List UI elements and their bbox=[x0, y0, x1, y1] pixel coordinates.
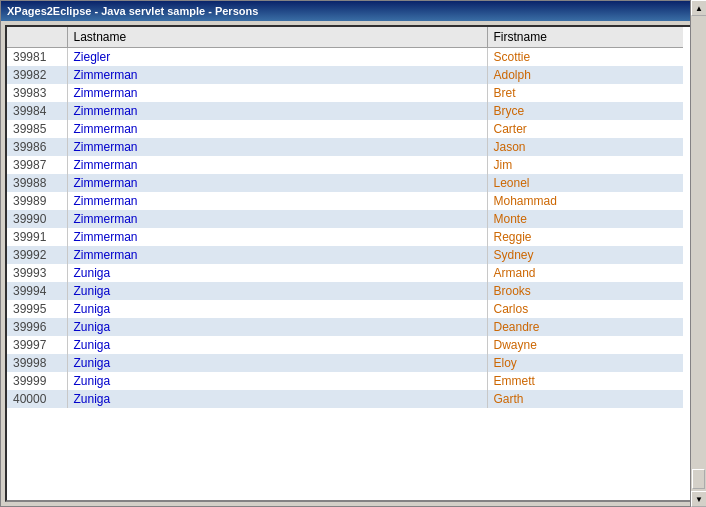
table-body: 39981ZieglerScottie39982ZimmermanAdolph3… bbox=[7, 48, 683, 409]
table-row[interactable]: 39991ZimmermanReggie bbox=[7, 228, 683, 246]
table-row[interactable]: 39988ZimmermanLeonel bbox=[7, 174, 683, 192]
cell-lastname: Zimmerman bbox=[67, 192, 487, 210]
table-row[interactable]: 39987ZimmermanJim bbox=[7, 156, 683, 174]
cell-id: 39984 bbox=[7, 102, 67, 120]
cell-lastname: Zuniga bbox=[67, 372, 487, 390]
cell-lastname: Zuniga bbox=[67, 390, 487, 408]
cell-lastname: Zuniga bbox=[67, 264, 487, 282]
cell-lastname: Ziegler bbox=[67, 48, 487, 67]
cell-firstname: Brooks bbox=[487, 282, 683, 300]
table-row[interactable]: 39989ZimmermanMohammad bbox=[7, 192, 683, 210]
cell-id: 39987 bbox=[7, 156, 67, 174]
table-wrapper: Lastname Firstname 39981ZieglerScottie39… bbox=[7, 27, 683, 500]
cell-lastname: Zuniga bbox=[67, 318, 487, 336]
cell-lastname: Zimmerman bbox=[67, 228, 487, 246]
cell-firstname: Reggie bbox=[487, 228, 683, 246]
table-row[interactable]: 39985ZimmermanCarter bbox=[7, 120, 683, 138]
title-bar: XPages2Eclipse - Java servlet sample - P… bbox=[1, 1, 705, 21]
table-row[interactable]: 39986ZimmermanJason bbox=[7, 138, 683, 156]
col-header-firstname: Firstname bbox=[487, 27, 683, 48]
cell-lastname: Zimmerman bbox=[67, 174, 487, 192]
vertical-scrollbar[interactable]: ▲ ▼ bbox=[690, 25, 701, 502]
cell-firstname: Armand bbox=[487, 264, 683, 282]
cell-lastname: Zimmerman bbox=[67, 246, 487, 264]
table-row[interactable]: 39999ZunigaEmmett bbox=[7, 372, 683, 390]
table-row[interactable]: 39990ZimmermanMonte bbox=[7, 210, 683, 228]
cell-firstname: Carlos bbox=[487, 300, 683, 318]
cell-id: 39981 bbox=[7, 48, 67, 67]
main-window: XPages2Eclipse - Java servlet sample - P… bbox=[0, 0, 706, 507]
cell-lastname: Zimmerman bbox=[67, 138, 487, 156]
cell-lastname: Zuniga bbox=[67, 300, 487, 318]
cell-firstname: Scottie bbox=[487, 48, 683, 67]
content-area: Lastname Firstname 39981ZieglerScottie39… bbox=[5, 25, 701, 502]
table-row[interactable]: 39996ZunigaDeandre bbox=[7, 318, 683, 336]
cell-lastname: Zuniga bbox=[67, 336, 487, 354]
persons-table: Lastname Firstname 39981ZieglerScottie39… bbox=[7, 27, 683, 408]
cell-firstname: Jason bbox=[487, 138, 683, 156]
cell-firstname: Carter bbox=[487, 120, 683, 138]
table-row[interactable]: 39997ZunigaDwayne bbox=[7, 336, 683, 354]
cell-id: 39989 bbox=[7, 192, 67, 210]
col-header-id bbox=[7, 27, 67, 48]
scroll-down-button[interactable]: ▼ bbox=[691, 491, 701, 502]
cell-id: 40000 bbox=[7, 390, 67, 408]
cell-lastname: Zuniga bbox=[67, 354, 487, 372]
cell-lastname: Zimmerman bbox=[67, 84, 487, 102]
cell-id: 39991 bbox=[7, 228, 67, 246]
cell-firstname: Mohammad bbox=[487, 192, 683, 210]
table-header-row: Lastname Firstname bbox=[7, 27, 683, 48]
cell-firstname: Bryce bbox=[487, 102, 683, 120]
cell-id: 39997 bbox=[7, 336, 67, 354]
table-row[interactable]: 39992ZimmermanSydney bbox=[7, 246, 683, 264]
col-header-lastname: Lastname bbox=[67, 27, 487, 48]
cell-firstname: Eloy bbox=[487, 354, 683, 372]
cell-firstname: Garth bbox=[487, 390, 683, 408]
cell-lastname: Zimmerman bbox=[67, 156, 487, 174]
cell-id: 39996 bbox=[7, 318, 67, 336]
table-row[interactable]: 39998ZunigaEloy bbox=[7, 354, 683, 372]
cell-firstname: Sydney bbox=[487, 246, 683, 264]
cell-id: 39995 bbox=[7, 300, 67, 318]
table-row[interactable]: 39981ZieglerScottie bbox=[7, 48, 683, 67]
cell-lastname: Zimmerman bbox=[67, 210, 487, 228]
cell-id: 39998 bbox=[7, 354, 67, 372]
cell-id: 39983 bbox=[7, 84, 67, 102]
cell-firstname: Adolph bbox=[487, 66, 683, 84]
table-row[interactable]: 39994ZunigaBrooks bbox=[7, 282, 683, 300]
table-row[interactable]: 39984ZimmermanBryce bbox=[7, 102, 683, 120]
cell-id: 39988 bbox=[7, 174, 67, 192]
table-row[interactable]: 39995ZunigaCarlos bbox=[7, 300, 683, 318]
scroll-track[interactable] bbox=[691, 25, 701, 491]
table-row[interactable]: 39983ZimmermanBret bbox=[7, 84, 683, 102]
cell-id: 39994 bbox=[7, 282, 67, 300]
cell-firstname: Leonel bbox=[487, 174, 683, 192]
cell-id: 39990 bbox=[7, 210, 67, 228]
table-row[interactable]: 39982ZimmermanAdolph bbox=[7, 66, 683, 84]
cell-id: 39986 bbox=[7, 138, 67, 156]
window-title: XPages2Eclipse - Java servlet sample - P… bbox=[7, 5, 258, 17]
cell-firstname: Jim bbox=[487, 156, 683, 174]
table-scroll-wrapper: Lastname Firstname 39981ZieglerScottie39… bbox=[7, 27, 699, 500]
cell-lastname: Zuniga bbox=[67, 282, 487, 300]
cell-id: 39982 bbox=[7, 66, 67, 84]
cell-id: 39985 bbox=[7, 120, 67, 138]
cell-lastname: Zimmerman bbox=[67, 66, 487, 84]
cell-firstname: Dwayne bbox=[487, 336, 683, 354]
cell-id: 39999 bbox=[7, 372, 67, 390]
table-row[interactable]: 40000ZunigaGarth bbox=[7, 390, 683, 408]
table-row[interactable]: 39993ZunigaArmand bbox=[7, 264, 683, 282]
cell-id: 39992 bbox=[7, 246, 67, 264]
cell-firstname: Monte bbox=[487, 210, 683, 228]
cell-firstname: Bret bbox=[487, 84, 683, 102]
cell-lastname: Zimmerman bbox=[67, 120, 487, 138]
cell-firstname: Emmett bbox=[487, 372, 683, 390]
cell-lastname: Zimmerman bbox=[67, 102, 487, 120]
cell-firstname: Deandre bbox=[487, 318, 683, 336]
scroll-thumb[interactable] bbox=[692, 469, 701, 489]
cell-id: 39993 bbox=[7, 264, 67, 282]
